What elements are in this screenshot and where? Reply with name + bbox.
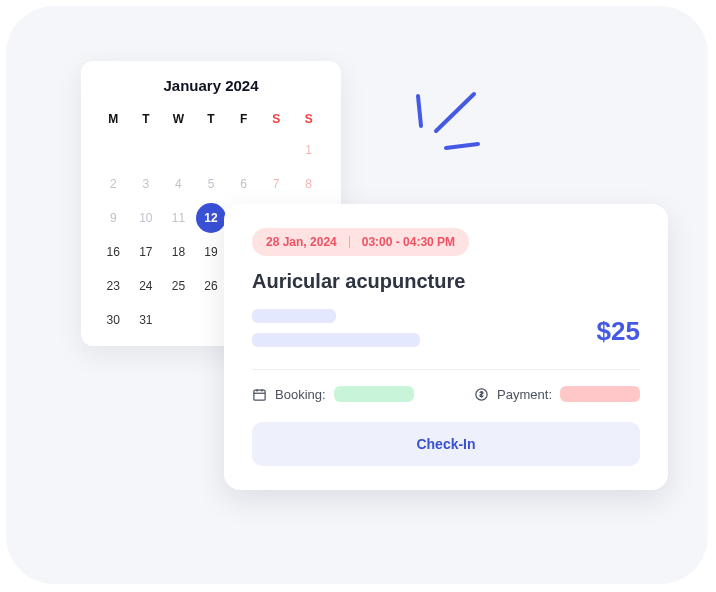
dow-header: W	[162, 106, 195, 132]
dow-header: M	[97, 106, 130, 132]
payment-status-chip	[560, 386, 640, 402]
booking-status: Booking:	[252, 386, 414, 402]
calendar-day[interactable]: 18	[163, 237, 193, 267]
calendar-day[interactable]: 12	[196, 203, 226, 233]
svg-rect-3	[254, 390, 265, 400]
status-row: Booking: Payment:	[252, 386, 640, 402]
payment-label: Payment:	[497, 387, 552, 402]
checkin-button[interactable]: Check-In	[252, 422, 640, 466]
dow-header: F	[227, 106, 260, 132]
appointment-date: 28 Jan, 2024	[266, 235, 337, 249]
calendar-day[interactable]: 24	[131, 271, 161, 301]
skeleton-column	[252, 309, 420, 347]
calendar-day[interactable]: 5	[196, 169, 226, 199]
calendar-day[interactable]: 8	[294, 169, 324, 199]
calendar-day[interactable]: 16	[98, 237, 128, 267]
svg-line-2	[446, 144, 478, 148]
calendar-day[interactable]: 23	[98, 271, 128, 301]
calendar-day[interactable]: 25	[163, 271, 193, 301]
svg-line-1	[436, 94, 474, 131]
payment-status: Payment:	[474, 386, 640, 402]
divider	[252, 369, 640, 370]
calendar-icon	[252, 387, 267, 402]
calendar-day[interactable]: 17	[131, 237, 161, 267]
skeleton-line	[252, 333, 420, 347]
dollar-icon	[474, 387, 489, 402]
svg-line-0	[418, 96, 421, 126]
pill-separator	[349, 236, 350, 248]
dow-header: S	[292, 106, 325, 132]
appointment-price: $25	[597, 316, 640, 347]
calendar-day[interactable]: 6	[229, 169, 259, 199]
appointment-card: 28 Jan, 2024 03:00 - 04:30 PM Auricular …	[224, 204, 668, 490]
dow-header: T	[195, 106, 228, 132]
appointment-title: Auricular acupuncture	[252, 270, 640, 293]
calendar-day[interactable]: 4	[163, 169, 193, 199]
calendar-day[interactable]: 26	[196, 271, 226, 301]
calendar-day[interactable]: 31	[131, 305, 161, 335]
calendar-day[interactable]: 1	[294, 135, 324, 165]
dow-header: T	[130, 106, 163, 132]
appointment-time: 03:00 - 04:30 PM	[362, 235, 455, 249]
booking-status-chip	[334, 386, 414, 402]
dow-header: S	[260, 106, 293, 132]
calendar-title: January 2024	[97, 77, 325, 94]
calendar-day[interactable]: 10	[131, 203, 161, 233]
booking-label: Booking:	[275, 387, 326, 402]
calendar-day[interactable]: 3	[131, 169, 161, 199]
skeleton-line	[252, 309, 336, 323]
calendar-day[interactable]: 2	[98, 169, 128, 199]
calendar-day[interactable]: 30	[98, 305, 128, 335]
decorative-scribble	[406, 86, 506, 166]
calendar-day[interactable]: 7	[261, 169, 291, 199]
calendar-day[interactable]: 11	[163, 203, 193, 233]
stage: January 2024 MTWTFSS12345678910111213141…	[6, 6, 708, 584]
price-row: $25	[252, 309, 640, 347]
datetime-pill: 28 Jan, 2024 03:00 - 04:30 PM	[252, 228, 469, 256]
calendar-day[interactable]: 9	[98, 203, 128, 233]
calendar-day[interactable]: 19	[196, 237, 226, 267]
